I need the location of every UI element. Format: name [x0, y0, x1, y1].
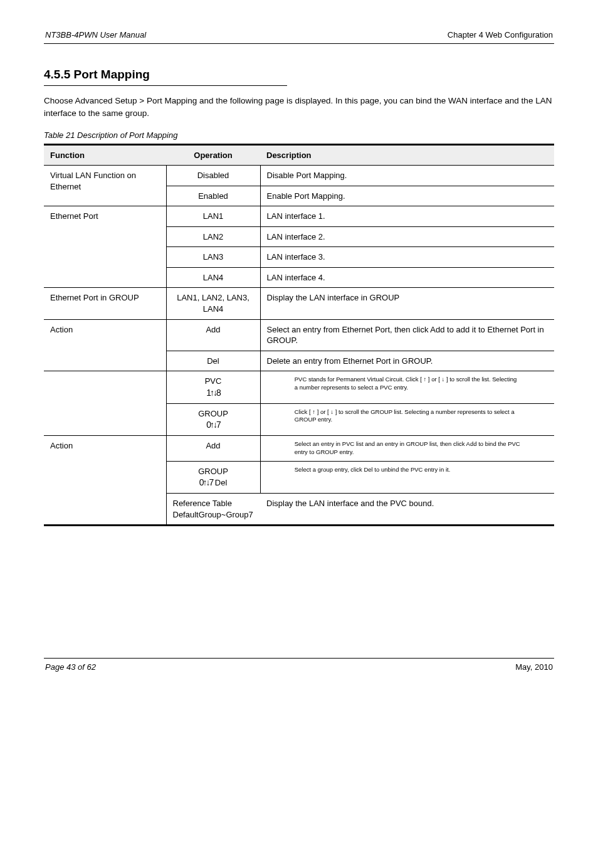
op-cell: LAN1 [166, 206, 260, 227]
ref-label: Reference Table DefaultGroup~Group7 [173, 498, 254, 520]
op-cell: LAN1, LAN2, LAN3, LAN4 [166, 288, 260, 319]
note-text: Select a group entry, click Del to unbin… [295, 466, 520, 474]
desc-cell: Enable Port Mapping. [260, 186, 554, 206]
header-rule [44, 43, 554, 44]
port-mapping-table: Function Operation Description Virtual L… [44, 144, 554, 526]
page-number: Page 43 of 62 [45, 662, 96, 672]
desc-cell: LAN interface 2. [260, 226, 554, 247]
note-text: Select an entry in PVC list and an entry… [295, 440, 520, 457]
fn-ethernet-group: Ethernet Port in GROUP [44, 288, 166, 319]
col-description: Description [260, 145, 554, 166]
fn-ethernet-port: Ethernet Port [44, 206, 166, 288]
fn-action2: Action [44, 436, 166, 526]
scroll-icon: 1↑↓8 [206, 388, 220, 398]
doc-title-header: NT3BB-4PWN User Manual [45, 30, 146, 40]
op-scroll: PVC 1↑↓8 [166, 371, 260, 403]
col-operation: Operation [166, 145, 260, 166]
desc-cell: Select an entry from Ethernet Port, then… [260, 319, 554, 351]
desc-cell: PVC stands for Permanent Virtual Circuit… [260, 371, 554, 403]
table-caption: Table 21 Description of Port Mapping [44, 130, 554, 140]
reference-table-cell: Reference Table DefaultGroup~Group7 [166, 494, 260, 526]
note-text: PVC stands for Permanent Virtual Circuit… [295, 376, 520, 392]
op-cell: LAN2 [166, 226, 260, 247]
note-text: Click [ ↑ ] or [ ↓ ] to scroll the GROUP… [295, 408, 520, 425]
op-scroll: GROUP 0↑↓7 [166, 403, 260, 435]
footer-date: May, 2010 [515, 662, 553, 672]
op-scroll: GROUP 0↑↓7 Del [166, 461, 260, 493]
desc-cell: Disable Port Mapping. [260, 166, 554, 186]
chapter-header: Chapter 4 Web Configuration [448, 30, 553, 40]
fn-virtual-lan: Virtual LAN Function on Ethernet [44, 166, 166, 206]
op-cell: Add [166, 436, 260, 462]
col-function: Function [44, 145, 166, 166]
desc-cell: Display the LAN interface in GROUP [260, 288, 554, 319]
desc-cell: Display the LAN interface and the PVC bo… [260, 494, 554, 526]
desc-cell: LAN interface 3. [260, 247, 554, 268]
scroll-icon: 0↑↓7 [199, 477, 213, 487]
op-cell: Add [166, 319, 260, 351]
desc-cell: Select a group entry, click Del to unbin… [260, 461, 554, 493]
desc-cell: Delete an entry from Ethernet Port in GR… [260, 351, 554, 371]
op-cell: Disabled [166, 166, 260, 186]
del-label: Del [215, 478, 228, 487]
fn-pvc-group [44, 371, 166, 436]
op-cell: LAN3 [166, 247, 260, 268]
op-cell: Enabled [166, 186, 260, 206]
desc-cell: LAN interface 4. [260, 267, 554, 288]
desc-cell: LAN interface 1. [260, 206, 554, 227]
scroll-icon: 0↑↓7 [206, 420, 220, 430]
fn-action: Action [44, 319, 166, 371]
op-cell: LAN4 [166, 267, 260, 288]
desc-cell: Select an entry in PVC list and an entry… [260, 436, 554, 462]
desc-cell: Click [ ↑ ] or [ ↓ ] to scroll the GROUP… [260, 403, 554, 435]
op-cell: Del [166, 351, 260, 371]
section-heading: 4.5.5 Port Mapping [44, 68, 554, 82]
section-rule [44, 85, 287, 86]
intro-paragraph: Choose Advanced Setup > Port Mapping and… [44, 95, 554, 119]
